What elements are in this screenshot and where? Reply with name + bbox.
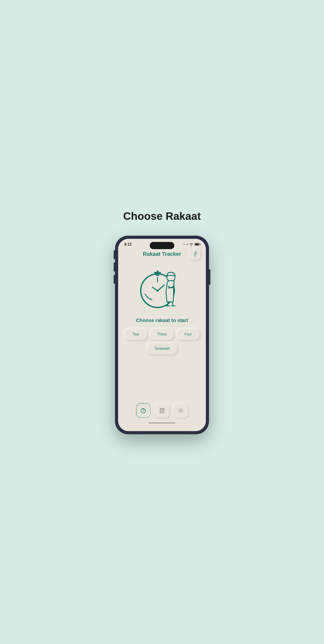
praying-person-icon: [192, 251, 198, 257]
signal-icon: [183, 244, 188, 245]
rakaat-btn-taraweeh[interactable]: Taraweeh: [147, 343, 177, 354]
hero-illustration: [135, 264, 189, 313]
nav-btn-settings[interactable]: [174, 403, 188, 418]
timer-icon: [140, 407, 147, 414]
page-wrapper: Choose Rakaat 6:12: [106, 210, 218, 434]
phone-frame: 6:12: [115, 236, 209, 434]
nav-btn-qibla[interactable]: [155, 403, 169, 418]
gear-icon: [177, 407, 184, 414]
svg-point-24: [180, 410, 182, 411]
app-content: Rakaat Tracker: [118, 248, 206, 431]
app-title: Rakaat Tracker: [143, 251, 181, 257]
status-icons: [183, 243, 200, 246]
svg-line-11: [168, 302, 168, 306]
svg-point-8: [156, 290, 159, 292]
svg-point-18: [143, 410, 144, 411]
status-bar: 6:12: [118, 239, 206, 248]
rakaat-row-2: Taraweeh: [147, 343, 177, 354]
page-title: Choose Rakaat: [123, 210, 201, 222]
svg-point-0: [195, 251, 196, 252]
svg-line-6: [158, 285, 164, 291]
hero-svg: [135, 264, 189, 313]
nav-btn-timer[interactable]: [136, 403, 150, 418]
phone-screen: 6:12: [118, 239, 206, 431]
status-time: 6:12: [124, 242, 132, 246]
kaaba-icon: [159, 407, 165, 414]
choose-subtitle: Choose rakaat to start: [136, 318, 188, 323]
prayer-icon-button[interactable]: [189, 248, 200, 260]
svg-rect-22: [161, 411, 163, 413]
app-header: Rakaat Tracker: [124, 251, 200, 257]
battery-icon: [195, 243, 200, 246]
rakaat-row-1: Two Three Four: [125, 329, 199, 340]
home-indicator: [149, 422, 175, 424]
rakaat-btn-three[interactable]: Three: [150, 329, 174, 340]
rakaat-btn-four[interactable]: Four: [177, 329, 199, 340]
rakaat-btn-two[interactable]: Two: [125, 329, 147, 340]
svg-rect-4: [157, 270, 158, 272]
dynamic-island: [150, 242, 174, 249]
bottom-nav: [129, 400, 195, 420]
wifi-icon: [189, 243, 193, 246]
svg-line-12: [172, 302, 173, 306]
